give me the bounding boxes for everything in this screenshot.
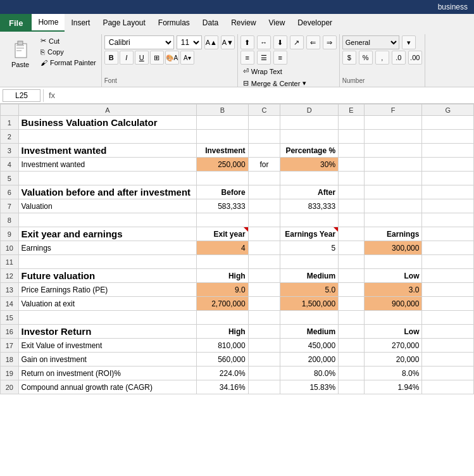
menu-review[interactable]: Review bbox=[225, 14, 262, 32]
cell-16-C[interactable] bbox=[248, 325, 280, 339]
cell-11-C[interactable] bbox=[248, 255, 280, 269]
cell-9-F[interactable]: Earnings bbox=[364, 227, 422, 241]
cell-20-B[interactable]: 34.16% bbox=[197, 380, 248, 394]
cell-8-B[interactable] bbox=[197, 213, 248, 227]
text-direction-btn[interactable]: ↗ bbox=[290, 35, 304, 49]
cell-16-F[interactable]: Low bbox=[364, 325, 422, 339]
cell-3-G[interactable] bbox=[422, 144, 474, 158]
copy-button[interactable]: ⎘ Copy bbox=[38, 47, 99, 57]
cell-6-F[interactable] bbox=[364, 185, 422, 199]
cell-10-B[interactable]: 4 bbox=[197, 241, 248, 255]
cut-button[interactable]: ✂ Cut bbox=[38, 35, 99, 46]
cell-5-F[interactable] bbox=[364, 172, 422, 185]
font-name-select[interactable]: Calibri bbox=[104, 35, 174, 49]
col-header-f[interactable]: F bbox=[364, 104, 422, 116]
menu-home[interactable]: Home bbox=[32, 14, 65, 32]
cell-20-E[interactable] bbox=[339, 380, 365, 394]
align-top-btn[interactable]: ⬆ bbox=[240, 35, 254, 49]
cell-3-E[interactable] bbox=[339, 144, 365, 158]
cell-14-B[interactable]: 2,700,000 bbox=[197, 297, 248, 311]
cell-10-E[interactable] bbox=[339, 241, 365, 255]
cell-13-F[interactable]: 3.0 bbox=[364, 283, 422, 297]
cell-20-F[interactable]: 1.94% bbox=[364, 380, 422, 394]
cell-2-E[interactable] bbox=[339, 130, 365, 144]
cell-12-G[interactable] bbox=[422, 269, 474, 283]
cell-9-G[interactable] bbox=[422, 227, 474, 241]
col-header-g[interactable]: G bbox=[422, 104, 474, 116]
cell-11-F[interactable] bbox=[364, 255, 422, 269]
cell-10-A[interactable]: Earnings bbox=[18, 241, 197, 255]
percent-btn[interactable]: % bbox=[359, 51, 373, 65]
cell-15-F[interactable] bbox=[364, 311, 422, 325]
cell-13-A[interactable]: Price Earnings Ratio (PE) bbox=[18, 283, 197, 297]
font-color-button[interactable]: A▾ bbox=[180, 51, 194, 65]
indent-decrease-btn[interactable]: ⇐ bbox=[306, 35, 320, 49]
cell-19-F[interactable]: 8.0% bbox=[364, 366, 422, 380]
cell-3-D[interactable]: Percentage % bbox=[280, 144, 339, 158]
cell-1-D[interactable] bbox=[280, 116, 339, 130]
cell-13-D[interactable]: 5.0 bbox=[280, 283, 339, 297]
cell-13-E[interactable] bbox=[339, 283, 365, 297]
cell-9-C[interactable] bbox=[248, 227, 280, 241]
cell-11-E[interactable] bbox=[339, 255, 365, 269]
cell-9-B[interactable]: Exit year bbox=[197, 227, 248, 241]
cell-2-G[interactable] bbox=[422, 130, 474, 144]
cell-3-F[interactable] bbox=[364, 144, 422, 158]
cell-19-E[interactable] bbox=[339, 366, 365, 380]
name-box[interactable] bbox=[3, 89, 41, 102]
cell-1-F[interactable] bbox=[364, 116, 422, 130]
file-menu-button[interactable]: File bbox=[0, 14, 32, 32]
cell-4-G[interactable] bbox=[422, 158, 474, 172]
cell-12-E[interactable] bbox=[339, 269, 365, 283]
cell-12-D[interactable]: Medium bbox=[280, 269, 339, 283]
cell-17-C[interactable] bbox=[248, 339, 280, 353]
cell-10-F[interactable]: 300,000 bbox=[364, 241, 422, 255]
cell-7-G[interactable] bbox=[422, 199, 474, 213]
cell-15-A[interactable] bbox=[18, 311, 197, 325]
merge-center-button[interactable]: ⊟ Merge & Center ▾ bbox=[240, 78, 337, 89]
cell-18-G[interactable] bbox=[422, 353, 474, 366]
cell-6-A[interactable]: Valuation before and after investment bbox=[18, 185, 197, 199]
cell-19-G[interactable] bbox=[422, 366, 474, 380]
cell-16-D[interactable]: Medium bbox=[280, 325, 339, 339]
cell-18-F[interactable]: 20,000 bbox=[364, 353, 422, 366]
menu-data[interactable]: Data bbox=[196, 14, 225, 32]
cell-18-A[interactable]: Gain on investment bbox=[18, 353, 197, 366]
cell-7-A[interactable]: Valuation bbox=[18, 199, 197, 213]
cell-1-B[interactable] bbox=[197, 116, 248, 130]
decrease-font-btn[interactable]: A▼ bbox=[221, 35, 235, 49]
cell-18-B[interactable]: 560,000 bbox=[197, 353, 248, 366]
increase-decimal-btn[interactable]: .00 bbox=[408, 51, 422, 65]
cell-19-C[interactable] bbox=[248, 366, 280, 380]
cell-19-A[interactable]: Return on investment (ROI)% bbox=[18, 366, 197, 380]
number-format-select[interactable]: General bbox=[342, 35, 399, 49]
cell-2-D[interactable] bbox=[280, 130, 339, 144]
cell-11-B[interactable] bbox=[197, 255, 248, 269]
indent-increase-btn[interactable]: ⇒ bbox=[323, 35, 337, 49]
cell-4-D[interactable]: 30% bbox=[280, 158, 339, 172]
cell-17-A[interactable]: Exit Value of investment bbox=[18, 339, 197, 353]
cell-20-A[interactable]: Compound annual growth rate (CAGR) bbox=[18, 380, 197, 394]
cell-10-G[interactable] bbox=[422, 241, 474, 255]
cell-13-G[interactable] bbox=[422, 283, 474, 297]
cell-8-G[interactable] bbox=[422, 213, 474, 227]
fill-color-button[interactable]: 🎨A bbox=[165, 51, 179, 65]
cell-20-G[interactable] bbox=[422, 380, 474, 394]
menu-view[interactable]: View bbox=[263, 14, 292, 32]
cell-11-G[interactable] bbox=[422, 255, 474, 269]
col-header-b[interactable]: B bbox=[197, 104, 248, 116]
cell-3-A[interactable]: Investment wanted bbox=[18, 144, 197, 158]
cell-14-F[interactable]: 900,000 bbox=[364, 297, 422, 311]
cell-15-B[interactable] bbox=[197, 311, 248, 325]
col-header-d[interactable]: D bbox=[280, 104, 339, 116]
cell-14-G[interactable] bbox=[422, 297, 474, 311]
cell-12-A[interactable]: Future valuation bbox=[18, 269, 197, 283]
cell-18-E[interactable] bbox=[339, 353, 365, 366]
cell-1-C[interactable] bbox=[248, 116, 280, 130]
cell-5-A[interactable] bbox=[18, 172, 197, 185]
cell-15-E[interactable] bbox=[339, 311, 365, 325]
cell-1-G[interactable] bbox=[422, 116, 474, 130]
cell-6-D[interactable]: After bbox=[280, 185, 339, 199]
cell-20-C[interactable] bbox=[248, 380, 280, 394]
paste-button[interactable]: Paste bbox=[5, 35, 35, 71]
